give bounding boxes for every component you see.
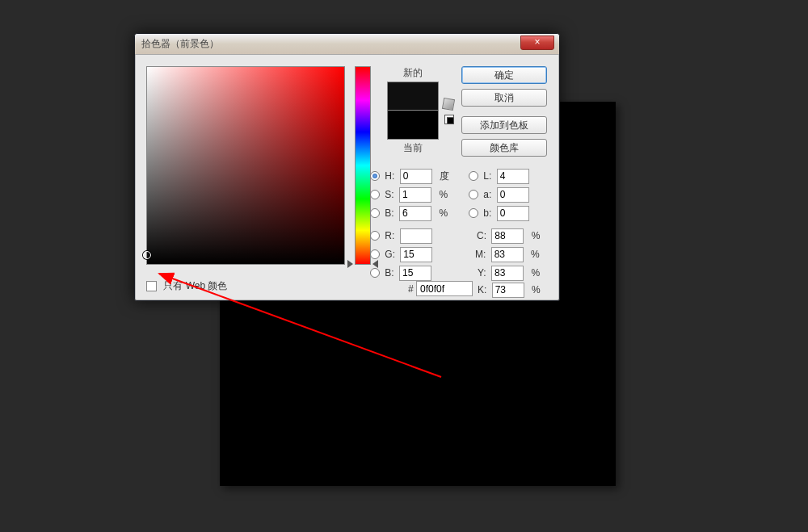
- current-color-label: 当前: [382, 141, 443, 155]
- b-lab-field: b:: [469, 205, 529, 221]
- hue-pointer-left-icon: [347, 260, 353, 268]
- k-input[interactable]: [492, 283, 524, 298]
- l-field: L:: [469, 168, 529, 184]
- b-lab-radio[interactable]: [469, 208, 478, 218]
- s-radio[interactable]: [370, 190, 380, 199]
- web-only-row: 只有 Web 颜色: [146, 279, 227, 292]
- s-unit: %: [439, 189, 448, 200]
- a-field: a:: [469, 186, 529, 203]
- color-libraries-button[interactable]: 颜色库: [461, 139, 547, 157]
- sv-cursor-icon: [143, 251, 151, 259]
- saturation-value-field[interactable]: [146, 66, 345, 265]
- color-picker-dialog: 拾色器（前景色） × 新的 当前 确定 取消 添加到色板 颜色库 H: 度: [134, 33, 560, 301]
- s-field: S: %: [370, 186, 448, 203]
- m-field: M: %: [475, 246, 540, 262]
- g-radio[interactable]: [370, 249, 380, 259]
- l-label: L:: [483, 170, 491, 182]
- web-only-checkbox[interactable]: [146, 281, 157, 291]
- gamut-warning-icon[interactable]: [442, 98, 455, 111]
- b-lab-input[interactable]: [497, 206, 529, 221]
- y-field: Y: %: [478, 265, 540, 281]
- add-to-swatches-button[interactable]: 添加到色板: [461, 116, 547, 134]
- dialog-title: 拾色器（前景色）: [141, 38, 219, 49]
- r-input[interactable]: [400, 228, 432, 244]
- close-icon: ×: [534, 36, 540, 48]
- a-radio[interactable]: [469, 190, 478, 199]
- b-rgb-field: B:: [370, 265, 431, 281]
- l-radio[interactable]: [469, 171, 478, 181]
- ok-button[interactable]: 确定: [461, 66, 547, 84]
- a-input[interactable]: [497, 187, 529, 203]
- color-preview: 新的 当前: [382, 66, 443, 155]
- b-rgb-input[interactable]: [399, 266, 431, 281]
- c-field: C: %: [477, 228, 540, 244]
- c-unit: %: [532, 230, 541, 241]
- g-input[interactable]: [400, 247, 432, 262]
- b-rgb-radio[interactable]: [370, 268, 380, 278]
- current-color-swatch[interactable]: [387, 111, 439, 140]
- b-hsb-unit: %: [439, 207, 448, 219]
- websafe-icon[interactable]: [444, 115, 454, 124]
- close-button[interactable]: ×: [520, 36, 554, 50]
- web-only-label: 只有 Web 颜色: [163, 280, 227, 291]
- k-label: K:: [478, 284, 486, 295]
- r-radio[interactable]: [370, 231, 380, 241]
- new-color-swatch: [387, 82, 439, 111]
- dialog-body: 新的 当前 确定 取消 添加到色板 颜色库 H: 度 S: % B:: [135, 55, 559, 301]
- hex-label: #: [408, 283, 414, 295]
- l-input[interactable]: [497, 169, 529, 184]
- b-hsb-radio[interactable]: [370, 208, 380, 218]
- new-color-label: 新的: [382, 66, 443, 80]
- dialog-titlebar[interactable]: 拾色器（前景色） ×: [135, 34, 559, 55]
- cancel-button[interactable]: 取消: [461, 89, 547, 107]
- y-input[interactable]: [491, 266, 524, 281]
- g-label: G:: [385, 249, 395, 260]
- h-input[interactable]: [400, 169, 432, 184]
- b-lab-label: b:: [483, 207, 491, 219]
- b-hsb-field: B: %: [370, 205, 448, 221]
- r-field: R:: [370, 228, 432, 244]
- g-field: G:: [370, 246, 432, 262]
- h-label: H:: [385, 170, 394, 182]
- m-input[interactable]: [491, 247, 524, 262]
- s-input[interactable]: [399, 187, 431, 203]
- y-unit: %: [531, 267, 540, 279]
- b-hsb-input[interactable]: [399, 206, 431, 221]
- y-label: Y:: [478, 267, 486, 279]
- hex-input[interactable]: [416, 281, 473, 296]
- b-hsb-label: B:: [385, 207, 393, 219]
- b-rgb-label: B:: [385, 267, 393, 279]
- c-input[interactable]: [491, 228, 524, 244]
- hex-field: #: [408, 281, 473, 296]
- h-unit: 度: [440, 170, 449, 182]
- a-label: a:: [483, 189, 491, 200]
- k-unit: %: [532, 284, 541, 295]
- s-label: S:: [385, 189, 393, 200]
- m-label: M:: [475, 249, 486, 260]
- h-radio[interactable]: [370, 171, 380, 181]
- k-field: K: %: [478, 282, 541, 298]
- hue-slider[interactable]: [355, 66, 371, 265]
- m-unit: %: [531, 249, 540, 260]
- c-label: C:: [477, 230, 486, 241]
- h-field: H: 度: [370, 168, 449, 184]
- r-label: R:: [385, 230, 394, 241]
